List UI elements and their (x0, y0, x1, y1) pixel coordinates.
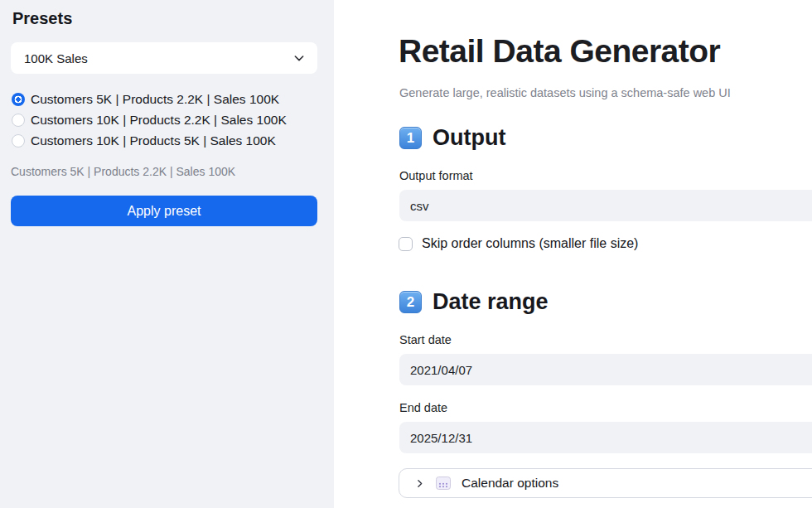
output-format-select[interactable]: csv (399, 190, 812, 221)
start-date-label: Start date (399, 333, 452, 346)
radio-option-1[interactable]: Customers 5K | Products 2.2K | Sales 100… (12, 90, 287, 109)
section-header-output: 1 Output (399, 125, 505, 151)
end-date-input[interactable]: 2025/12/31 (399, 422, 812, 453)
output-format-label: Output format (399, 169, 473, 182)
radio-unselected-icon (12, 114, 25, 127)
sidebar: Presets 100K Sales Customers 5K | Produc… (0, 0, 334, 508)
selected-preset-caption: Customers 5K | Products 2.2K | Sales 100… (11, 165, 235, 178)
app-window: Presets 100K Sales Customers 5K | Produc… (0, 0, 812, 508)
radio-option-label: Customers 5K | Products 2.2K | Sales 100… (31, 92, 279, 107)
chevron-down-icon (292, 51, 306, 65)
skip-order-columns-label: Skip order columns (smaller file size) (422, 236, 638, 251)
radio-option-label: Customers 10K | Products 5K | Sales 100K (31, 133, 276, 148)
radio-unselected-icon (12, 134, 25, 148)
calendar-options-label: Calendar options (462, 476, 558, 491)
end-date-value: 2025/12/31 (410, 431, 472, 445)
start-date-input[interactable]: 2021/04/07 (399, 354, 812, 385)
sidebar-heading-presets: Presets (12, 9, 72, 28)
checkbox-unchecked-icon (399, 237, 413, 251)
preset-radio-group: Customers 5K | Products 2.2K | Sales 100… (12, 90, 287, 152)
preset-select-value: 100K Sales (24, 51, 292, 65)
page-subtitle: Generate large, realistic datasets using… (399, 86, 731, 99)
preset-select[interactable]: 100K Sales (11, 42, 317, 74)
end-date-label: End date (399, 401, 447, 414)
keycap-2-icon: 2 (399, 291, 422, 313)
radio-option-2[interactable]: Customers 10K | Products 2.2K | Sales 10… (12, 111, 287, 129)
section-header-date-range: 2 Date range (399, 289, 549, 315)
section-title-date-range: Date range (433, 289, 549, 315)
radio-option-label: Customers 10K | Products 2.2K | Sales 10… (31, 113, 287, 128)
radio-option-3[interactable]: Customers 10K | Products 5K | Sales 100K (12, 132, 287, 150)
keycap-1-icon: 1 (399, 127, 422, 149)
calendar-options-expander[interactable]: Calendar options (399, 468, 812, 498)
skip-order-columns-checkbox[interactable]: Skip order columns (smaller file size) (399, 236, 638, 251)
start-date-value: 2021/04/07 (410, 363, 472, 377)
output-format-value: csv (410, 199, 429, 213)
radio-selected-icon (12, 93, 25, 106)
section-title-output: Output (433, 125, 505, 151)
calendar-icon (436, 477, 451, 490)
chevron-right-icon (414, 478, 425, 489)
page-title: Retail Data Generator (399, 31, 720, 71)
apply-preset-button[interactable]: Apply preset (11, 196, 317, 226)
